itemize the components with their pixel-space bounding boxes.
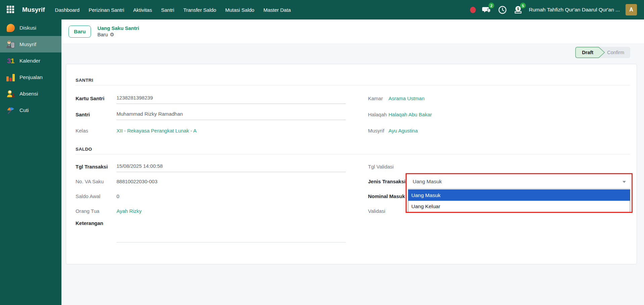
menu-aktivitas[interactable]: Aktivitas: [133, 7, 152, 13]
section-divider: [76, 85, 630, 85]
field-label: Orang Tua: [76, 208, 117, 214]
field-label: Jenis Transaksi: [368, 179, 408, 184]
statusbar: Draft Confirm: [575, 47, 630, 58]
user-avatar[interactable]: A: [626, 4, 637, 15]
jenis-transaksi-dropdown: Uang Masuk Uang Keluar: [408, 189, 630, 212]
field-label: Nominal Masuk: [368, 193, 408, 199]
notification-dot-icon: [470, 7, 476, 13]
dropdown-option-uang-keluar[interactable]: Uang Keluar: [408, 201, 630, 212]
messages-badge: 2: [489, 3, 494, 8]
field-kamar: Kamar Asrama Ustman: [368, 90, 630, 106]
field-label: Saldo Awal: [76, 193, 117, 199]
breadcrumb-model-link[interactable]: Uang Saku Santri: [97, 25, 139, 32]
gear-icon[interactable]: ⚙: [110, 32, 114, 38]
money-tray-icon[interactable]: $ 5: [513, 5, 523, 15]
person-ledger-icon: [6, 40, 15, 49]
umbrella-icon: [6, 106, 15, 115]
breadcrumb-bar: Baru Uang Saku Santri Baru ⚙: [61, 20, 644, 44]
field-label: Kartu Santri: [76, 96, 117, 101]
section-title-saldo: SALDO: [76, 147, 630, 152]
field-halaqah: Halaqah Halaqah Abu Bakar: [368, 106, 630, 122]
santri-input[interactable]: Muhammad Rizky Ramadhan: [117, 109, 346, 120]
sidebar-item-diskusi[interactable]: Diskusi: [0, 20, 61, 36]
field-label: Tgl Transaksi: [76, 164, 117, 169]
apps-grid-icon[interactable]: [7, 6, 15, 14]
sidebar-item-label: Penjualan: [19, 74, 43, 80]
form-sheet: SANTRI Kartu Santri 1238281398239 Santri…: [66, 64, 637, 264]
field-label: Santri: [76, 112, 117, 117]
main-area: Baru Uang Saku Santri Baru ⚙ Draft Confi…: [61, 20, 644, 305]
no-va-saku-value: 88810022030-003: [117, 179, 346, 184]
sidebar-item-label: Cuti: [19, 107, 29, 113]
calendar-31-icon: 31: [6, 56, 15, 65]
chat-bubble-icon: [6, 23, 15, 32]
sidebar: Diskusi Musyrif 31 Kalender Penjualan: [0, 20, 61, 305]
keterangan-textarea[interactable]: [117, 220, 346, 242]
field-label: Validasi: [368, 208, 408, 214]
section-title-santri: SANTRI: [76, 78, 630, 83]
menu-dashboard[interactable]: Dashboard: [55, 7, 80, 13]
field-orang-tua: Orang Tua Ayah Rizky: [76, 203, 346, 218]
menu-perizinan-santri[interactable]: Perizinan Santri: [89, 7, 124, 13]
sidebar-item-cuti[interactable]: Cuti: [0, 102, 61, 118]
field-jenis-transaksi: Jenis Transaksi Uang Masuk Uang Masuk Ua…: [368, 174, 630, 189]
menu-mutasi-saldo[interactable]: Mutasi Saldo: [225, 7, 255, 13]
activities-badge: 5: [520, 3, 526, 8]
field-kartu-santri: Kartu Santri 1238281398239: [76, 90, 346, 106]
messages-icon[interactable]: 2: [481, 5, 492, 15]
kelas-link[interactable]: XII - Rekayasa Perangkat Lunak - A: [117, 128, 196, 134]
field-label: No. VA Saku: [76, 179, 117, 184]
field-label: Halaqah: [368, 112, 388, 117]
menu-master-data[interactable]: Master Data: [263, 7, 291, 13]
field-saldo-awal: Saldo Awal 0: [76, 189, 346, 203]
orang-tua-link[interactable]: Ayah Rizky: [117, 208, 142, 214]
section-divider: [76, 154, 630, 154]
field-no-va-saku: No. VA Saku 88810022030-003: [76, 174, 346, 189]
breadcrumb-record-name: Baru: [97, 32, 108, 38]
status-confirm[interactable]: Confirm: [605, 47, 630, 58]
field-label: Kamar: [368, 96, 388, 101]
sidebar-item-penjualan[interactable]: Penjualan: [0, 69, 61, 85]
field-label: Keterangan: [76, 220, 117, 226]
status-draft[interactable]: Draft: [575, 47, 605, 58]
menu-santri[interactable]: Santri: [161, 7, 174, 13]
sidebar-item-label: Musyrif: [19, 41, 36, 47]
field-santri: Santri Muhammad Rizky Ramadhan: [76, 106, 346, 122]
menu-transfer-saldo[interactable]: Transfer Saldo: [183, 7, 216, 13]
new-record-button[interactable]: Baru: [68, 26, 91, 38]
svg-text:$: $: [517, 7, 519, 11]
chevron-down-icon: [623, 181, 626, 183]
dropdown-option-uang-masuk[interactable]: Uang Masuk: [408, 190, 630, 201]
halaqah-link[interactable]: Halaqah Abu Bakar: [388, 112, 432, 117]
field-tgl-validasi: Tgl Validasi: [368, 159, 630, 174]
field-tgl-transaksi: Tgl Transaksi 15/08/2025 14:00:58: [76, 159, 346, 174]
app-title[interactable]: Musyrif: [22, 6, 45, 13]
sidebar-item-absensi[interactable]: Absensi: [0, 85, 61, 102]
jenis-transaksi-select[interactable]: Uang Masuk: [408, 175, 630, 189]
sidebar-item-label: Diskusi: [19, 25, 36, 31]
field-label: Kelas: [76, 128, 117, 134]
bar-chart-icon: [6, 73, 15, 82]
sidebar-item-musyrif[interactable]: Musyrif: [0, 36, 61, 52]
status-band: Draft Confirm: [61, 44, 644, 64]
people-icon: [6, 89, 15, 98]
activities-clock-icon[interactable]: [497, 5, 507, 15]
kartu-santri-input[interactable]: 1238281398239: [117, 92, 346, 104]
breadcrumb: Uang Saku Santri Baru ⚙: [97, 25, 139, 38]
field-musyrif: Musyrif Ayu Agustina: [368, 122, 630, 139]
sidebar-item-label: Absensi: [19, 91, 38, 97]
top-navbar: Musyrif Dashboard Perizinan Santri Aktiv…: [0, 0, 644, 20]
top-menu: Dashboard Perizinan Santri Aktivitas San…: [55, 7, 291, 13]
field-kelas: Kelas XII - Rekayasa Perangkat Lunak - A: [76, 122, 346, 139]
sidebar-item-label: Kalender: [19, 58, 40, 64]
sidebar-item-kalender[interactable]: 31 Kalender: [0, 52, 61, 69]
tgl-transaksi-input[interactable]: 15/08/2025 14:00:58: [117, 161, 346, 172]
field-label: Tgl Validasi: [368, 164, 408, 169]
musyrif-link[interactable]: Ayu Agustina: [388, 128, 418, 134]
field-keterangan: Keterangan: [76, 218, 346, 244]
company-name[interactable]: Rumah Tahfizh Qur'an Daarul Qur'an ...: [529, 7, 620, 13]
saldo-awal-value: 0: [117, 193, 346, 199]
kamar-link[interactable]: Asrama Ustman: [388, 96, 425, 101]
field-label: Musyrif: [368, 128, 388, 134]
